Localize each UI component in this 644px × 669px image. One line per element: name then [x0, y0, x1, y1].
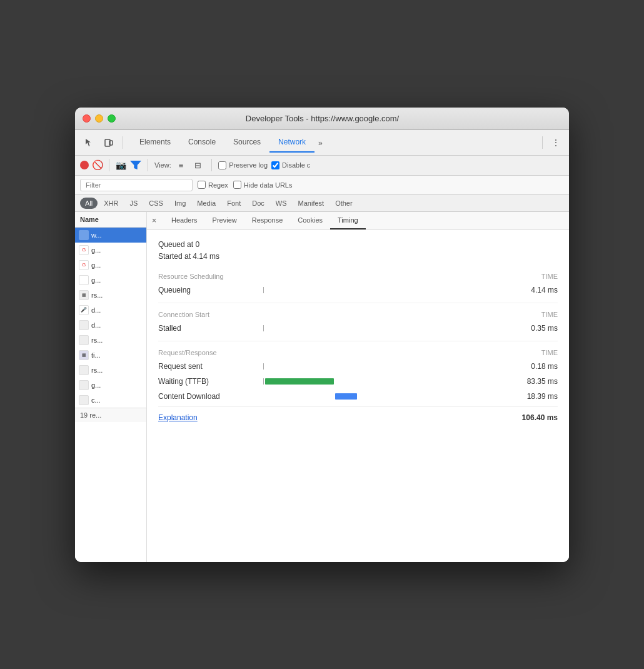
disable-cache-label[interactable]: Disable c [282, 161, 310, 169]
res-tab-all[interactable]: All [80, 198, 98, 209]
file-icon [79, 395, 89, 405]
regex-label[interactable]: Regex [208, 181, 228, 189]
net-toolbar-sep3 [211, 159, 212, 171]
tab-console[interactable]: Console [179, 133, 224, 153]
tab-headers[interactable]: Headers [164, 212, 205, 229]
file-name: g... [91, 381, 143, 389]
record-button[interactable] [80, 161, 89, 169]
started-at: Started at 4.14 ms [158, 251, 558, 263]
detail-panel: × Headers Preview Response Cookies Timin… [147, 212, 569, 562]
timing-bar-area-stalled [263, 324, 509, 332]
preserve-log-label[interactable]: Preserve log [229, 161, 268, 169]
file-list-header: Name [75, 212, 146, 228]
file-icon-html [79, 230, 89, 240]
list-item[interactable]: ▦ rs... [75, 288, 146, 303]
res-tab-manifest[interactable]: Manifest [293, 198, 330, 209]
res-tab-ws[interactable]: WS [271, 198, 292, 209]
devtools-menu-button[interactable]: ⋮ [548, 133, 564, 153]
hide-data-checkbox[interactable] [233, 181, 241, 189]
res-tab-font[interactable]: Font [222, 198, 246, 209]
view-label: View: [154, 161, 171, 169]
list-item[interactable]: g... [75, 273, 146, 288]
file-icon [79, 320, 89, 330]
detail-close-button[interactable]: × [147, 212, 161, 229]
file-name: g... [91, 261, 143, 269]
section-title-request: Request/Response [158, 349, 217, 356]
list-item[interactable]: c... [75, 393, 146, 408]
timing-header-info: Queued at 0 Started at 4.14 ms [158, 239, 558, 263]
file-icon [79, 365, 89, 375]
timing-value-request-sent: 0.18 ms [514, 362, 558, 371]
file-icon [79, 275, 89, 285]
list-item[interactable]: G g... [75, 243, 146, 258]
queued-at: Queued at 0 [158, 239, 558, 251]
file-list: Name w... G g... G g... g... ▦ rs... [75, 212, 147, 562]
list-item[interactable]: G g... [75, 258, 146, 273]
list-item[interactable]: 🎤 d... [75, 303, 146, 318]
section-header-connection: Connection Start TIME [158, 311, 558, 318]
timing-row-content-download: Content Download 18.39 ms [158, 389, 558, 404]
regex-checkbox[interactable] [198, 181, 206, 189]
res-tab-css[interactable]: CSS [144, 198, 168, 209]
res-tab-xhr[interactable]: XHR [99, 198, 123, 209]
filter-input-wrap [80, 179, 193, 191]
section-title-connection: Connection Start [158, 311, 209, 318]
file-icon: ▦ [79, 350, 89, 360]
tree-view-button[interactable]: ⊟ [191, 158, 205, 173]
tab-elements[interactable]: Elements [131, 133, 179, 153]
net-toolbar-sep1 [109, 159, 109, 171]
list-item[interactable]: d... [75, 318, 146, 333]
tab-timing[interactable]: Timing [330, 212, 366, 229]
section-title-scheduling: Resource Scheduling [158, 273, 224, 280]
file-name: d... [91, 306, 143, 314]
window-title: Developer Tools - https://www.google.com… [83, 114, 561, 123]
resource-type-tabs: All XHR JS CSS Img Media Font Doc WS Man… [75, 195, 569, 212]
explanation-link[interactable]: Explanation [158, 413, 198, 422]
timing-value-queueing: 4.14 ms [514, 286, 558, 294]
tab-sources[interactable]: Sources [224, 133, 269, 153]
screenshot-button[interactable]: 📷 [116, 160, 126, 170]
main-toolbar: Elements Console Sources Network » ⋮ [75, 130, 569, 156]
file-name: rs... [91, 366, 143, 374]
regex-group: Regex [198, 181, 228, 189]
device-toggle-button[interactable] [100, 135, 118, 150]
preserve-log-checkbox[interactable] [218, 161, 226, 169]
list-item[interactable]: rs... [75, 333, 146, 348]
disable-cache-checkbox[interactable] [271, 161, 279, 169]
res-tab-media[interactable]: Media [192, 198, 221, 209]
toolbar-separator [123, 136, 123, 149]
hide-data-label[interactable]: Hide data URLs [244, 181, 293, 189]
net-toolbar-sep2 [148, 159, 148, 171]
file-icon: 🎤 [79, 305, 89, 315]
list-item[interactable]: w... [75, 228, 146, 243]
more-tabs-button[interactable]: » [314, 134, 326, 153]
res-tab-doc[interactable]: Doc [247, 198, 269, 209]
timing-value-content-download: 18.39 ms [514, 392, 558, 401]
timing-bar-area-request-sent [263, 363, 509, 370]
list-item[interactable]: g... [75, 378, 146, 393]
res-tab-other[interactable]: Other [330, 198, 358, 209]
filter-icon[interactable] [130, 161, 141, 169]
tab-cookies[interactable]: Cookies [290, 212, 330, 229]
main-content: Name w... G g... G g... g... ▦ rs... [75, 212, 569, 562]
hide-data-urls-group: Hide data URLs [233, 181, 293, 189]
list-view-button[interactable]: ≡ [175, 158, 188, 173]
res-tab-js[interactable]: JS [124, 198, 143, 209]
section-time-label2: TIME [541, 311, 558, 318]
file-icon [79, 335, 89, 345]
tab-network[interactable]: Network [269, 133, 314, 153]
filter-input[interactable] [80, 179, 193, 191]
file-name: g... [91, 276, 143, 284]
timing-bar-placeholder3 [263, 363, 264, 370]
timing-bar-placeholder2 [263, 325, 264, 331]
res-tab-img[interactable]: Img [169, 198, 191, 209]
timing-value-stalled: 0.35 ms [514, 324, 558, 333]
timing-content: Queued at 0 Started at 4.14 ms Resource … [147, 230, 569, 433]
list-item[interactable]: rs... [75, 363, 146, 378]
tab-response[interactable]: Response [244, 212, 291, 229]
inspect-button[interactable] [80, 135, 98, 150]
clear-button[interactable]: 🚫 [93, 160, 103, 170]
preserve-log-group: Preserve log [218, 161, 268, 169]
list-item[interactable]: ▦ ti... [75, 348, 146, 363]
tab-preview[interactable]: Preview [205, 212, 244, 229]
